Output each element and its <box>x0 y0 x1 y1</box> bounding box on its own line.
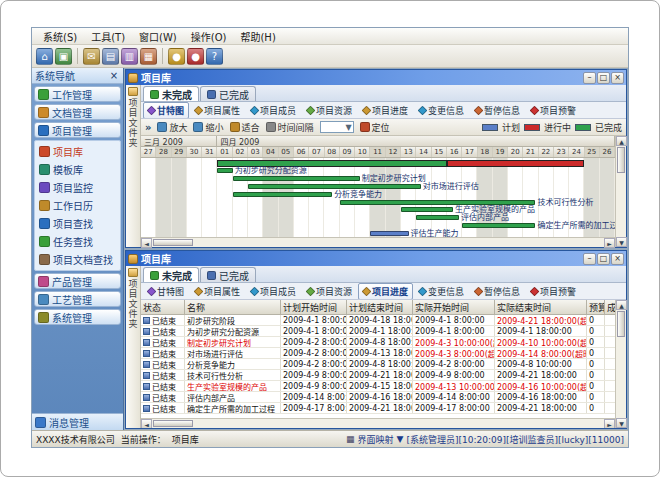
zoom-in-button[interactable]: 放大 <box>157 121 187 134</box>
scroll-down-icon[interactable]: ▼ <box>616 237 627 247</box>
sidebar-section-work-mgmt[interactable]: 工作管理 <box>34 86 121 102</box>
lock-icon[interactable]: ● <box>168 48 185 65</box>
table-row[interactable]: 已结束对市场进行评估2009-4-2 8:00:002009-4-13 18:0… <box>141 348 615 359</box>
chart-icon[interactable]: ▥ <box>121 48 138 65</box>
time-interval-button[interactable]: 时间间隔 <box>266 121 314 134</box>
gantt-bar[interactable] <box>248 184 421 189</box>
vertical-scrollbar[interactable]: ▲▼ <box>615 300 626 428</box>
gantt-bar[interactable] <box>233 176 360 181</box>
sidebar-item-template-library[interactable]: 模板库 <box>37 162 118 177</box>
sidebar-section-system-mgmt[interactable]: 系统管理 <box>34 309 121 325</box>
sidebar-item-work-calendar[interactable]: 工作日历 <box>37 198 118 213</box>
sidebar-item-project-doc-search[interactable]: 项目文档查找 <box>37 252 118 267</box>
view-tab-unfinished[interactable]: 未完成 <box>143 267 199 282</box>
close-button[interactable]: × <box>611 253 624 265</box>
record-icon[interactable]: ● <box>187 48 204 65</box>
sidebar-section-product-mgmt[interactable]: 产品管理 <box>34 273 121 289</box>
scroll-right-icon[interactable]: ► <box>604 238 615 248</box>
detail-tab-progress[interactable]: 项目进度 <box>358 283 413 300</box>
scroll-thumb[interactable] <box>153 239 193 246</box>
detail-tab-attributes[interactable]: 项目属性 <box>190 102 245 119</box>
sidebar-close-icon[interactable]: × <box>108 70 120 81</box>
scroll-down-icon[interactable]: ▼ <box>616 418 627 428</box>
sidebar-item-project-library[interactable]: 项目库 <box>37 144 118 159</box>
minimize-button[interactable]: – <box>583 72 596 84</box>
detail-tab-changes[interactable]: 变更信息 <box>414 102 469 119</box>
detail-tab-alerts[interactable]: 项目预警 <box>526 102 581 119</box>
scroll-right-icon[interactable]: ► <box>604 419 615 428</box>
dropdown-arrow-icon[interactable]: ▼ <box>397 434 404 444</box>
sidebar-item-project-search[interactable]: 项目查找 <box>37 216 118 231</box>
column-header-actual-end[interactable]: 实际结束时间 <box>495 300 587 315</box>
detail-tab-attributes[interactable]: 项目属性 <box>190 283 245 300</box>
gantt-bar[interactable] <box>401 207 453 212</box>
detail-tab-members[interactable]: 项目成员 <box>246 283 301 300</box>
column-header-status[interactable]: 状态 <box>141 300 185 315</box>
scroll-up-icon[interactable]: ▲ <box>616 136 627 146</box>
gantt-bar[interactable] <box>416 215 459 220</box>
time-interval-dropdown[interactable]: ▼ <box>320 121 354 133</box>
table-row[interactable]: 已结束确定生产所需的加工过程2009-4-17 8:00:002009-4-21… <box>141 403 615 414</box>
locate-button[interactable]: 定位 <box>360 121 390 134</box>
maximize-button[interactable]: □ <box>597 253 610 265</box>
detail-tab-alerts[interactable]: 项目预警 <box>526 283 581 300</box>
document-icon[interactable]: ▤ <box>102 48 119 65</box>
detail-tab-members[interactable]: 项目成员 <box>246 102 301 119</box>
detail-tab-gantt[interactable]: 甘特图 <box>143 102 189 119</box>
home-icon[interactable]: ⌂ <box>36 48 53 65</box>
view-tab-unfinished[interactable]: 未完成 <box>143 86 199 101</box>
column-header-cost[interactable]: 成 <box>605 300 615 315</box>
folder-tab-strip[interactable]: 项目文件夹 <box>126 266 141 428</box>
table-row[interactable]: 已结束制定初步研究计划2009-4-2 8:00:002009-4-8 18:0… <box>141 337 615 348</box>
column-header-budget[interactable]: 预算 <box>587 300 605 315</box>
fit-button[interactable]: 适合 <box>230 121 260 134</box>
sidebar-section-process-mgmt[interactable]: 工艺管理 <box>34 291 121 307</box>
detail-tab-progress[interactable]: 项目进度 <box>358 102 413 119</box>
table-row[interactable]: 已结束为初步研究分配资源2009-4-1 8:00:002009-4-1 18:… <box>141 326 615 337</box>
table-row[interactable]: 已结束技术可行性分析2009-4-9 8:00:002009-4-21 18:0… <box>141 370 615 381</box>
table-row[interactable]: 已结束生产实验室规模的产品2009-4-9 8:00:002009-4-15 1… <box>141 381 615 392</box>
vertical-scrollbar[interactable]: ▲▼ <box>615 136 626 247</box>
close-button[interactable]: × <box>611 72 624 84</box>
detail-tab-resources[interactable]: 项目资源 <box>302 102 357 119</box>
sidebar-section-project-mgmt[interactable]: 项目管理 <box>34 122 121 138</box>
scroll-thumb[interactable] <box>153 420 193 427</box>
folder-tab-strip[interactable]: 项目文件夹 <box>126 85 141 247</box>
gantt-bar[interactable] <box>217 168 232 173</box>
menu-item-window[interactable]: 窗口(W) <box>132 29 184 44</box>
menu-item-system[interactable]: 系统(S) <box>36 29 84 44</box>
gantt-bar[interactable] <box>233 192 332 197</box>
more-buttons-chevron[interactable]: » <box>145 122 151 133</box>
menu-item-tools[interactable]: 工具(T) <box>84 29 132 44</box>
maximize-button[interactable]: □ <box>597 72 610 84</box>
menu-item-help[interactable]: 帮助(H) <box>233 29 282 44</box>
gantt-bar[interactable] <box>447 160 585 167</box>
scroll-left-icon[interactable]: ◄ <box>141 419 152 428</box>
table-row[interactable]: 已结束分析竞争能力2009-4-2 8:00:002009-4-8 18:00:… <box>141 359 615 370</box>
column-header-actual-start[interactable]: 实际开始时间 <box>413 300 495 315</box>
help-icon[interactable]: ? <box>206 48 223 65</box>
minimize-button[interactable]: – <box>583 253 596 265</box>
scroll-up-icon[interactable]: ▲ <box>616 300 627 310</box>
sidebar-item-project-monitor[interactable]: 项目监控 <box>37 180 118 195</box>
column-header-plan-start[interactable]: 计划开始时间 <box>281 300 347 315</box>
sidebar-section-doc-mgmt[interactable]: 文档管理 <box>34 104 121 120</box>
horizontal-scrollbar[interactable]: ◄► <box>141 237 615 247</box>
scroll-thumb[interactable] <box>617 311 625 337</box>
detail-tab-changes[interactable]: 变更信息 <box>414 283 469 300</box>
detail-tab-resources[interactable]: 项目资源 <box>302 283 357 300</box>
column-header-plan-end[interactable]: 计划结束时间 <box>347 300 413 315</box>
gantt-bar[interactable] <box>462 223 535 228</box>
column-header-name[interactable]: 名称 <box>185 300 281 315</box>
detail-tab-pauses[interactable]: 暂停信息 <box>470 102 525 119</box>
horizontal-scrollbar[interactable]: ◄► <box>141 418 615 428</box>
detail-tab-pauses[interactable]: 暂停信息 <box>470 283 525 300</box>
gantt-bar[interactable] <box>340 200 536 205</box>
view-tab-finished[interactable]: 已完成 <box>200 267 256 282</box>
sidebar-footer-message[interactable]: 消息管理 <box>32 413 123 430</box>
table-row[interactable]: 已结束评估内部产品2009-4-14 8:00:002009-4-16 18:0… <box>141 392 615 403</box>
detail-tab-gantt[interactable]: 甘特图 <box>143 283 189 300</box>
view-tab-finished[interactable]: 已完成 <box>200 86 256 101</box>
zoom-out-button[interactable]: 缩小 <box>193 121 223 134</box>
calendar-icon[interactable]: ▦ <box>140 48 157 65</box>
